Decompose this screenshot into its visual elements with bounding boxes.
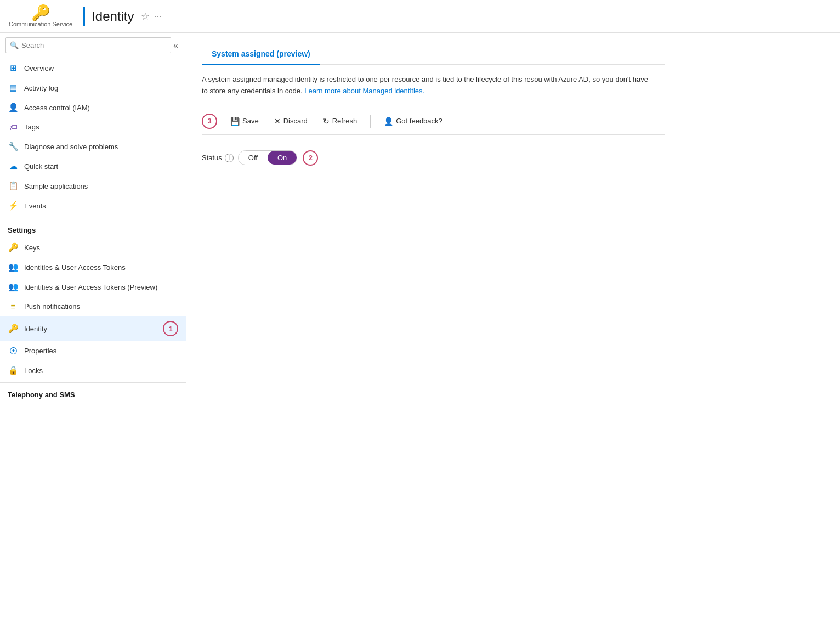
page-title: Identity <box>92 9 134 24</box>
discard-button[interactable]: ✕ Discard <box>268 114 314 129</box>
learn-more-link[interactable]: Learn more about Managed identities. <box>304 87 424 95</box>
toolbar-divider <box>370 115 371 128</box>
sidebar: 🔍 « ⊞ Overview ▤ Activity log 👤 Access c… <box>0 33 186 632</box>
header-logo: 🔑 Communication Service <box>9 5 72 27</box>
sidebar-item-label: Properties <box>24 347 56 355</box>
sidebar-item-identity[interactable]: 🔑 Identity 1 <box>0 316 186 341</box>
sidebar-item-label: Activity log <box>24 84 58 92</box>
refresh-button[interactable]: ↻ Refresh <box>316 114 364 129</box>
sidebar-item-label: Diagnose and solve problems <box>24 143 118 151</box>
status-label: Status i <box>202 154 234 162</box>
save-icon: 💾 <box>230 117 240 126</box>
sidebar-item-identities-tokens-preview[interactable]: 👥 Identities & User Access Tokens (Previ… <box>0 277 186 297</box>
sidebar-search-container: 🔍 « <box>0 33 186 58</box>
push-notifications-icon: ≡ <box>8 302 19 311</box>
step-badge-1: 1 <box>163 321 178 336</box>
status-row: Status i Off On 2 <box>202 150 665 166</box>
access-control-icon: 👤 <box>8 103 19 112</box>
favorite-star-icon[interactable]: ☆ <box>141 10 150 22</box>
main-layout: 🔍 « ⊞ Overview ▤ Activity log 👤 Access c… <box>0 33 840 632</box>
sidebar-item-label: Push notifications <box>24 302 80 311</box>
sidebar-item-label: Sample applications <box>24 182 88 190</box>
identities-tokens-preview-icon: 👥 <box>8 282 19 292</box>
sidebar-item-push-notifications[interactable]: ≡ Push notifications <box>0 297 186 316</box>
step-badge-2: 2 <box>303 150 318 166</box>
feedback-icon: 👤 <box>384 117 393 126</box>
overview-icon: ⊞ <box>8 63 19 73</box>
feedback-button[interactable]: 👤 Got feedback? <box>377 114 449 129</box>
sidebar-item-label: Access control (IAM) <box>24 104 90 112</box>
status-toggle[interactable]: Off On <box>238 150 297 165</box>
events-icon: ⚡ <box>8 201 19 211</box>
toggle-on-option[interactable]: On <box>268 151 297 165</box>
identities-tokens-icon: 👥 <box>8 262 19 272</box>
collapse-sidebar-button[interactable]: « <box>171 41 180 50</box>
toggle-container: Off On 2 <box>238 150 318 166</box>
sidebar-item-label: Events <box>24 202 46 210</box>
sidebar-item-label: Overview <box>24 64 54 72</box>
sample-applications-icon: 📋 <box>8 181 19 191</box>
activity-log-icon: ▤ <box>8 83 19 93</box>
content-description: A system assigned managed identity is re… <box>202 74 651 97</box>
quick-start-icon: ☁ <box>8 161 19 171</box>
sidebar-item-quick-start[interactable]: ☁ Quick start <box>0 156 186 176</box>
sidebar-item-label: Keys <box>24 244 40 252</box>
sidebar-item-label: Identity <box>24 325 47 333</box>
search-icon: 🔍 <box>10 41 19 49</box>
toolbar: 3 💾 Save ✕ Discard ↻ Refresh <box>202 108 665 135</box>
properties-icon: ⦿ <box>8 346 19 356</box>
sidebar-scroll: ⊞ Overview ▤ Activity log 👤 Access contr… <box>0 58 186 632</box>
logo-subtitle: Communication Service <box>9 21 72 27</box>
sidebar-item-sample-applications[interactable]: 📋 Sample applications <box>0 176 186 196</box>
more-options-icon[interactable]: ··· <box>154 10 162 22</box>
logo-icon: 🔑 <box>31 5 50 21</box>
save-button[interactable]: 💾 Save <box>224 114 265 129</box>
tabs-container: System assigned (preview) <box>202 44 665 65</box>
refresh-icon: ↻ <box>323 117 330 126</box>
sidebar-item-keys[interactable]: 🔑 Keys <box>0 238 186 257</box>
sidebar-item-access-control[interactable]: 👤 Access control (IAM) <box>0 98 186 117</box>
header-divider <box>83 7 85 26</box>
identity-icon: 🔑 <box>8 324 19 334</box>
step-badge-3: 3 <box>202 114 217 129</box>
tags-icon: 🏷 <box>8 122 19 132</box>
toggle-off-option[interactable]: Off <box>239 151 268 165</box>
tab-system-assigned[interactable]: System assigned (preview) <box>202 44 320 65</box>
sidebar-item-locks[interactable]: 🔒 Locks <box>0 360 186 380</box>
diagnose-icon: 🔧 <box>8 142 19 151</box>
sidebar-item-overview[interactable]: ⊞ Overview <box>0 58 186 78</box>
content-area: System assigned (preview) A system assig… <box>186 33 840 632</box>
discard-icon: ✕ <box>274 117 281 126</box>
sidebar-item-tags[interactable]: 🏷 Tags <box>0 117 186 137</box>
sidebar-item-label: Identities & User Access Tokens <box>24 263 126 272</box>
sidebar-item-diagnose[interactable]: 🔧 Diagnose and solve problems <box>0 137 186 156</box>
content-inner: System assigned (preview) A system assig… <box>186 33 680 185</box>
status-info-icon[interactable]: i <box>225 154 234 162</box>
keys-icon: 🔑 <box>8 242 19 252</box>
sidebar-item-label: Tags <box>24 123 39 131</box>
sidebar-item-label: Quick start <box>24 162 58 171</box>
sidebar-item-events[interactable]: ⚡ Events <box>0 196 186 216</box>
search-input[interactable] <box>5 37 171 53</box>
telephony-section-label: Telephony and SMS <box>0 382 186 402</box>
sidebar-item-label: Identities & User Access Tokens (Preview… <box>24 283 157 291</box>
header: 🔑 Communication Service Identity ☆ ··· <box>0 0 840 33</box>
sidebar-item-activity-log[interactable]: ▤ Activity log <box>0 78 186 98</box>
sidebar-item-identities-tokens[interactable]: 👥 Identities & User Access Tokens <box>0 257 186 277</box>
locks-icon: 🔒 <box>8 365 19 375</box>
app-container: 🔑 Communication Service Identity ☆ ··· 🔍… <box>0 0 840 632</box>
sidebar-item-properties[interactable]: ⦿ Properties <box>0 341 186 360</box>
settings-section-label: Settings <box>0 218 186 238</box>
sidebar-item-label: Locks <box>24 366 43 375</box>
